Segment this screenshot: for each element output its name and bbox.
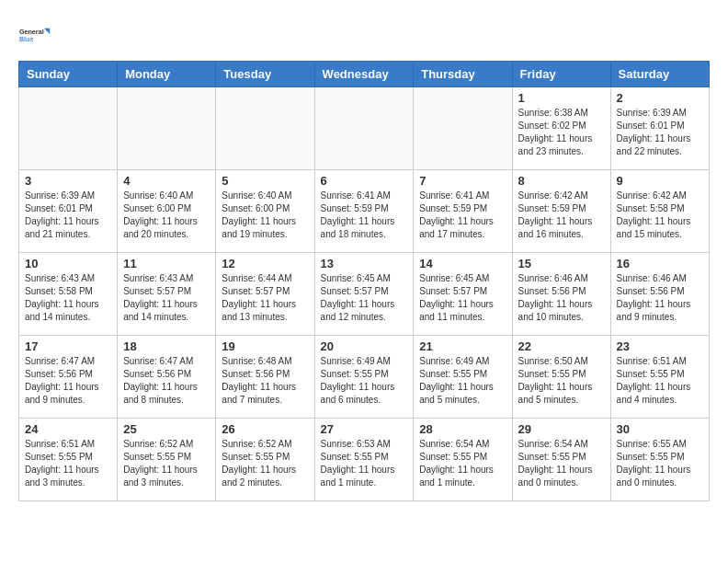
day-info: Sunrise: 6:46 AM Sunset: 5:56 PM Dayligh… [617,272,703,324]
day-number: 11 [123,257,210,270]
calendar-cell: 12Sunrise: 6:44 AM Sunset: 5:57 PM Dayli… [216,253,314,336]
day-number: 24 [25,422,111,436]
day-number: 21 [419,339,506,353]
day-number: 29 [518,422,605,436]
calendar-cell: 23Sunrise: 6:51 AM Sunset: 5:55 PM Dayli… [610,336,709,419]
calendar-cell [314,87,414,170]
calendar-week-row: 10Sunrise: 6:43 AM Sunset: 5:58 PM Dayli… [19,253,710,336]
day-info: Sunrise: 6:42 AM Sunset: 5:59 PM Dayligh… [518,190,605,241]
day-info: Sunrise: 6:44 AM Sunset: 5:57 PM Dayligh… [222,272,308,324]
day-info: Sunrise: 6:52 AM Sunset: 5:55 PM Dayligh… [222,438,308,489]
day-number: 3 [25,174,111,188]
calendar-cell: 22Sunrise: 6:50 AM Sunset: 5:55 PM Dayli… [512,336,610,419]
calendar-cell: 7Sunrise: 6:41 AM Sunset: 5:59 PM Daylig… [414,170,512,253]
day-header: Thursday [414,62,512,87]
day-info: Sunrise: 6:42 AM Sunset: 5:58 PM Dayligh… [617,190,703,241]
day-number: 16 [617,257,703,270]
calendar-cell: 16Sunrise: 6:46 AM Sunset: 5:56 PM Dayli… [610,253,709,336]
day-info: Sunrise: 6:54 AM Sunset: 5:55 PM Dayligh… [518,438,605,489]
calendar-cell: 13Sunrise: 6:45 AM Sunset: 5:57 PM Dayli… [314,253,414,336]
day-number: 22 [518,339,605,353]
day-info: Sunrise: 6:50 AM Sunset: 5:55 PM Dayligh… [518,355,605,407]
calendar-cell: 21Sunrise: 6:49 AM Sunset: 5:55 PM Dayli… [414,336,512,419]
svg-marker-2 [44,29,50,34]
day-number: 5 [222,174,308,188]
calendar-cell: 11Sunrise: 6:43 AM Sunset: 5:57 PM Dayli… [118,253,216,336]
day-number: 13 [321,257,408,270]
day-info: Sunrise: 6:51 AM Sunset: 5:55 PM Dayligh… [25,438,111,489]
day-number: 23 [617,339,703,353]
day-info: Sunrise: 6:45 AM Sunset: 5:57 PM Dayligh… [321,272,408,324]
day-number: 19 [222,339,308,353]
day-info: Sunrise: 6:47 AM Sunset: 5:56 PM Dayligh… [25,355,111,407]
day-number: 18 [123,339,210,353]
calendar-cell: 3Sunrise: 6:39 AM Sunset: 6:01 PM Daylig… [19,170,118,253]
day-number: 27 [321,422,408,436]
day-number: 4 [123,174,210,188]
calendar-cell: 19Sunrise: 6:48 AM Sunset: 5:56 PM Dayli… [216,336,314,419]
logo: GeneralBlue [18,18,55,52]
calendar-cell: 6Sunrise: 6:41 AM Sunset: 5:59 PM Daylig… [314,170,414,253]
calendar-week-row: 17Sunrise: 6:47 AM Sunset: 5:56 PM Dayli… [19,336,710,419]
day-info: Sunrise: 6:49 AM Sunset: 5:55 PM Dayligh… [419,355,506,407]
calendar-table: SundayMondayTuesdayWednesdayThursdayFrid… [18,61,710,501]
calendar-cell: 15Sunrise: 6:46 AM Sunset: 5:56 PM Dayli… [512,253,610,336]
svg-text:Blue: Blue [19,35,34,43]
day-info: Sunrise: 6:43 AM Sunset: 5:57 PM Dayligh… [123,272,210,324]
calendar-cell: 8Sunrise: 6:42 AM Sunset: 5:59 PM Daylig… [512,170,610,253]
calendar-cell: 4Sunrise: 6:40 AM Sunset: 6:00 PM Daylig… [118,170,216,253]
day-number: 25 [123,422,210,436]
day-info: Sunrise: 6:48 AM Sunset: 5:56 PM Dayligh… [222,355,308,407]
day-info: Sunrise: 6:47 AM Sunset: 5:56 PM Dayligh… [123,355,210,407]
day-number: 17 [25,339,111,353]
calendar-cell: 28Sunrise: 6:54 AM Sunset: 5:55 PM Dayli… [414,419,512,501]
day-info: Sunrise: 6:38 AM Sunset: 6:02 PM Dayligh… [518,107,605,158]
day-info: Sunrise: 6:41 AM Sunset: 5:59 PM Dayligh… [419,190,506,241]
day-info: Sunrise: 6:46 AM Sunset: 5:56 PM Dayligh… [518,272,605,324]
day-number: 15 [518,257,605,270]
calendar-cell [216,87,314,170]
calendar-header-row: SundayMondayTuesdayWednesdayThursdayFrid… [19,62,710,87]
day-number: 26 [222,422,308,436]
day-number: 8 [518,174,605,188]
calendar-cell [414,87,512,170]
day-info: Sunrise: 6:51 AM Sunset: 5:55 PM Dayligh… [617,355,703,407]
day-info: Sunrise: 6:40 AM Sunset: 6:00 PM Dayligh… [123,190,210,241]
day-number: 1 [518,91,605,105]
day-info: Sunrise: 6:39 AM Sunset: 6:01 PM Dayligh… [617,107,703,158]
calendar-week-row: 1Sunrise: 6:38 AM Sunset: 6:02 PM Daylig… [19,87,710,170]
calendar-week-row: 3Sunrise: 6:39 AM Sunset: 6:01 PM Daylig… [19,170,710,253]
day-info: Sunrise: 6:53 AM Sunset: 5:55 PM Dayligh… [321,438,408,489]
calendar-cell: 14Sunrise: 6:45 AM Sunset: 5:57 PM Dayli… [414,253,512,336]
calendar-cell: 1Sunrise: 6:38 AM Sunset: 6:02 PM Daylig… [512,87,610,170]
day-number: 6 [321,174,408,188]
day-info: Sunrise: 6:45 AM Sunset: 5:57 PM Dayligh… [419,272,506,324]
logo-icon: GeneralBlue [18,18,51,52]
day-header: Saturday [610,62,709,87]
day-info: Sunrise: 6:52 AM Sunset: 5:55 PM Dayligh… [123,438,210,489]
day-number: 20 [321,339,408,353]
calendar-cell: 17Sunrise: 6:47 AM Sunset: 5:56 PM Dayli… [19,336,118,419]
day-number: 12 [222,257,308,270]
day-number: 2 [617,91,703,105]
day-header: Sunday [19,62,118,87]
day-header: Tuesday [216,62,314,87]
calendar-cell: 18Sunrise: 6:47 AM Sunset: 5:56 PM Dayli… [118,336,216,419]
day-info: Sunrise: 6:54 AM Sunset: 5:55 PM Dayligh… [419,438,506,489]
day-header: Friday [512,62,610,87]
day-header: Monday [118,62,216,87]
day-info: Sunrise: 6:41 AM Sunset: 5:59 PM Dayligh… [321,190,408,241]
calendar-cell: 30Sunrise: 6:55 AM Sunset: 5:55 PM Dayli… [610,419,709,501]
day-info: Sunrise: 6:40 AM Sunset: 6:00 PM Dayligh… [222,190,308,241]
calendar-cell [118,87,216,170]
calendar-cell: 29Sunrise: 6:54 AM Sunset: 5:55 PM Dayli… [512,419,610,501]
day-info: Sunrise: 6:39 AM Sunset: 6:01 PM Dayligh… [25,190,111,241]
calendar-week-row: 24Sunrise: 6:51 AM Sunset: 5:55 PM Dayli… [19,419,710,501]
day-number: 9 [617,174,703,188]
calendar-cell: 20Sunrise: 6:49 AM Sunset: 5:55 PM Dayli… [314,336,414,419]
calendar-cell: 5Sunrise: 6:40 AM Sunset: 6:00 PM Daylig… [216,170,314,253]
day-number: 30 [617,422,703,436]
day-header: Wednesday [314,62,414,87]
calendar-cell: 27Sunrise: 6:53 AM Sunset: 5:55 PM Dayli… [314,419,414,501]
day-number: 7 [419,174,506,188]
